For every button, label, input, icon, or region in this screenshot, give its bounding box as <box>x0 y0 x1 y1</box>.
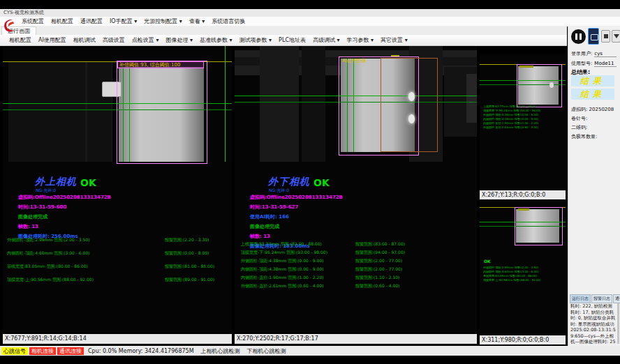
toolbar-item[interactable]: 学习参数 ▾ <box>344 36 378 44</box>
status-bar: 心跳信号相机连接通讯连接 Cpu: 0.0% Memory: 3424.4179… <box>0 346 620 356</box>
log-tab[interactable]: 运行日志 <box>570 294 591 303</box>
heartbeat-check-link[interactable]: 下相机心跳检测 <box>247 347 286 355</box>
log-tab-bar: 运行日志报警日志通讯日志 <box>570 294 620 303</box>
toolbar-item[interactable]: 基准线参数 ▾ <box>196 36 236 44</box>
result-info-line: 虚拟码:Offline2025020813313472B <box>250 194 343 201</box>
camera-thumb-top[interactable]: 上线宽度:83.77mm 范围:(82.00 - 88.00)顶膜宽度-下:95… <box>480 54 566 190</box>
result-block-list: 结果结果 <box>571 75 614 102</box>
result-info-list: 虚拟码:Offline2025020813313472B时间:13-31-59-… <box>18 194 111 243</box>
ai-image-overlay-label: AI处理图像 <box>342 57 367 64</box>
pause-button[interactable] <box>571 29 586 44</box>
log-scrollbar[interactable] <box>617 303 619 344</box>
sidebar-field-label: 二维码: <box>571 125 587 130</box>
mini-result-status: OK <box>484 259 491 264</box>
mini-result-text: 外侧圆柱-顶距:2.99mm 范围:(2.00 - 3.50)内侧圆柱-顶距:4… <box>483 266 563 301</box>
machine-post <box>302 46 325 162</box>
toolbar-item[interactable]: PLC地址表 <box>275 36 309 44</box>
toolbar-item[interactable]: 相机调试 <box>70 36 99 44</box>
result-title: 外下相机 OK <box>268 176 330 188</box>
login-user-row: 登录用户:cys <box>571 50 617 57</box>
alarm-range: 报警范围:(0.60 - 4.00) <box>355 283 399 289</box>
camera-button[interactable] <box>588 28 599 45</box>
result-info-line: 虚拟码:Offline2025020813313472B <box>18 194 111 201</box>
sidebar-field: 虚拟码: 20250208 <box>571 106 614 113</box>
heartbeat-check-link[interactable]: 上相机心跳检测 <box>201 347 240 355</box>
download-button[interactable] <box>612 30 620 43</box>
measurement-value: 外侧圆柱-顶距:2.99mm 范围:(2.00 - 3.50) <box>7 237 90 243</box>
heartbeat-link-list: 上相机心跳检测下相机心跳检测 <box>194 347 286 355</box>
toolbar-item[interactable]: 点检设置 ▾ <box>128 36 163 44</box>
measurement-value: 上线宽度:83.77mm 范围:(82.00 - 88.00) <box>241 241 322 248</box>
measurement-value: 外侧圆柱-顶距:4.38mm 范围:(0.00 - 9.00) <box>241 258 324 264</box>
bright-spot <box>549 82 554 88</box>
login-user-label: 登录用户: <box>571 51 592 56</box>
pixel-coords-middle: X:270;Y:2502;R:17;G:17;B:17 <box>235 334 477 344</box>
camera-view-middle[interactable]: AI处理图像 外下相机 OK NG:允许:0 虚拟码:Offline202502… <box>235 46 477 333</box>
alarm-range: 报警范围:(2.00 - 77.00) <box>355 258 402 264</box>
measurement-value: 内侧圆柱-直径:1.90mm 范围:(1.00 - 2.20) <box>241 275 324 281</box>
result-info-line: 时间:13-31-59-627 <box>250 204 343 211</box>
toolbar-item[interactable]: AI使用配置 <box>35 36 70 44</box>
sidebar-field: 二维码: <box>571 124 587 131</box>
menu-item[interactable]: 查看 ▾ <box>186 17 209 25</box>
log-tab[interactable]: 通讯日志 <box>613 294 620 303</box>
alarm-range: 报警范围:(1.10 - 2.10) <box>355 275 399 281</box>
toolbar-item[interactable]: 高级调试 ▾ <box>309 36 344 44</box>
menu-bar: 系统配置相机配置通讯配置IO手配置 ▾光源控制配置 ▾查看 ▾系统语言切换 <box>0 17 620 26</box>
result-info-line: 时间:13-31-59-600 <box>18 204 111 211</box>
result-info-line: 图像处理完成 <box>18 213 111 220</box>
measurement-value: 顶膜宽度-上:90.56mm 范围:(88.00 - 92.00) <box>7 277 94 283</box>
capture-icon <box>604 34 608 38</box>
toolbar-item[interactable]: 图像处理 ▾ <box>162 36 196 44</box>
toolbar-item[interactable]: 测试项参数 ▾ <box>236 36 276 44</box>
result-info-line: 使用AI耗时: 166 <box>250 213 343 220</box>
measurement-row: 基线宽度:83.05mm 范围:(80.00 - 86.00)报警范围:(81.… <box>7 264 230 277</box>
camera-thumb-bottom[interactable]: OK 外侧圆柱-顶距:2.99mm 范围:(2.00 - 3.50)内侧圆柱-顶… <box>480 200 566 335</box>
result-info-line: 图像处理完成 <box>250 223 343 230</box>
mini-result-text: 上线宽度:83.77mm 范围:(82.00 - 88.00)顶膜宽度-下:95… <box>483 105 563 146</box>
right-panel: 登录用户:cys 使用型号:Mode11 总结果: 结果结果 虚拟码: 2025… <box>568 26 620 346</box>
log-tab[interactable]: 报警日志 <box>591 294 612 303</box>
result-subtext: NG:允许:0 <box>269 188 289 194</box>
sidebar-field: 负极耳数量: <box>571 133 597 140</box>
edge-line-green <box>225 46 226 162</box>
camera-name: 外上相机 <box>35 176 77 188</box>
model-row: 使用型号:Mode11 <box>571 60 617 67</box>
sidebar-field-value[interactable]: 20250208 <box>587 107 614 112</box>
measurement-row: 外侧圆柱-直径:2.61mm 范围:(0.60 - 4.00)报警范围:(0.6… <box>241 283 475 291</box>
login-user-field[interactable]: cys <box>594 51 617 57</box>
sidebar-field-label: 虚拟码: <box>571 107 587 112</box>
toolbar-item[interactable]: 相机配置 <box>6 36 35 44</box>
menu-item[interactable]: IO手配置 ▾ <box>106 17 140 25</box>
measurement-row: 外侧圆柱-顶距:2.99mm 范围:(2.00 - 3.50)报警范围:(2.2… <box>7 237 230 250</box>
toolbar-item[interactable]: 其它设置 ▾ <box>377 36 411 44</box>
measurement-row: 内侧圆柱-顶距:4.60mm 范围:(3.00 - 6.00)报警范围:(0.0… <box>7 250 230 264</box>
roi-rect-pink <box>515 207 563 245</box>
measurement-row: 顶膜宽度-上:90.56mm 范围:(88.00 - 92.00)报警范围:(8… <box>7 277 230 290</box>
log-text: 耗时: 222, 缺陷检测耗时: 17, 缺陷分类耗时: 0, 缺陷提取合并耗时… <box>570 303 617 351</box>
pixel-coords-left: X:7677;Y:891;R:14;G:14;B:14 <box>3 334 232 344</box>
model-field[interactable]: Mode11 <box>594 61 617 67</box>
alarm-range: 报警范围:(94.00 - 97.00) <box>355 250 405 256</box>
app-window: CYS-视觉检测系统 系统配置相机配置通讯配置IO手配置 ▾光源控制配置 ▾查看… <box>0 0 620 364</box>
down-arrow-icon <box>614 34 619 38</box>
alarm-range: 报警范围:(81.00 - 85.00) <box>165 264 214 270</box>
pixel-coords-thumb-top: X:267;Y:13;R:0;G:0;B:0 <box>480 190 566 199</box>
menu-item[interactable]: 相机配置 <box>47 17 77 25</box>
measurement-list: 外侧圆柱-顶距:2.99mm 范围:(2.00 - 3.50)报警范围:(2.2… <box>7 237 230 290</box>
cpu-memory-text: Cpu: 0.0% Memory: 3424.41796875M <box>88 348 194 354</box>
result-block: 结果 <box>571 75 614 86</box>
measurement-row: 上线宽度:83.77mm 范围:(82.00 - 88.00)报警范围:(83.… <box>241 241 475 250</box>
result-title: 外上相机 OK <box>35 176 96 188</box>
menu-item[interactable]: 系统配置 <box>18 17 47 25</box>
alarm-range: 报警范围:(0.00 - 8.00) <box>165 250 209 257</box>
camera-view-left[interactable]: 补偿阈值:93, 综合阈值:100 外上相机 OK NG:允许:0 虚拟码:Of… <box>3 46 232 333</box>
threshold-overlay-label: 补偿阈值:93, 综合阈值:100 <box>117 61 204 68</box>
capture-button[interactable] <box>601 30 610 43</box>
machine-post <box>260 46 299 162</box>
menu-item[interactable]: 通讯配置 <box>77 17 106 25</box>
menu-item[interactable]: 光源控制配置 ▾ <box>140 17 186 25</box>
toolbar-item[interactable]: 高级设置 <box>99 36 128 44</box>
menu-item[interactable]: 系统语言切换 <box>208 17 249 25</box>
mini-text-line: 外侧圆柱-直径:2.61mm 范围:(0.60 - 4.00) <box>483 126 563 130</box>
